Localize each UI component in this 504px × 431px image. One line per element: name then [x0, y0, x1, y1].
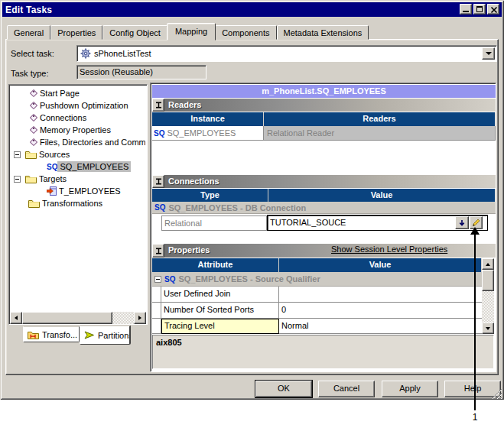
- tree-item-start-page[interactable]: Start Page: [11, 87, 145, 99]
- connection-type-cell[interactable]: Relational: [161, 216, 267, 231]
- source-qualifier-icon: SQ: [154, 203, 165, 212]
- callout-line: [474, 234, 476, 410]
- property-row[interactable]: Tracing Level Normal: [152, 319, 482, 334]
- column-header-value: Value: [279, 258, 482, 272]
- connection-browse-button[interactable]: [455, 216, 469, 229]
- connection-value-text: TUTORIAL_SOUCE: [270, 218, 346, 227]
- property-value[interactable]: Normal: [279, 319, 482, 334]
- target-icon: [47, 186, 57, 196]
- minimize-button[interactable]: [460, 4, 472, 15]
- mapping-detail-panel: m_PhoneList.SQ_EMPLOYEES Readers Instanc…: [150, 83, 496, 372]
- scrollbar-thumb[interactable]: [482, 270, 494, 291]
- collapse-minus-icon[interactable]: [14, 176, 21, 183]
- collapse-icon: [155, 248, 162, 254]
- section-title: Readers: [164, 99, 496, 112]
- column-header-type: Type: [152, 189, 268, 202]
- minimize-icon: [463, 11, 469, 12]
- apply-button[interactable]: Apply: [382, 381, 438, 397]
- source-qualifier-icon: SQ: [47, 163, 57, 171]
- tab-config-object[interactable]: Config Object: [102, 25, 167, 40]
- select-task-label: Select task:: [11, 49, 54, 58]
- tree-horizontal-scrollbar[interactable]: [10, 312, 146, 324]
- collapse-section-button[interactable]: [152, 175, 164, 188]
- session-task-icon: [80, 48, 91, 59]
- collapse-minus-icon[interactable]: [14, 151, 21, 158]
- connections-group-row[interactable]: SQ SQ_EMPLOYEES - DB Connection: [152, 202, 496, 214]
- readers-table-row[interactable]: SQ SQ_EMPLOYEES Relational Reader: [152, 126, 496, 141]
- arrow-up-icon: [486, 263, 490, 266]
- tab-mapping[interactable]: Mapping: [167, 23, 216, 41]
- property-attribute: Number Of Sorted Ports: [161, 303, 279, 319]
- property-value[interactable]: 0: [279, 303, 482, 319]
- arrow-down-icon: [486, 327, 490, 330]
- properties-group-label: SQ_EMPLOYEES - Source Qualifier: [178, 274, 320, 284]
- collapse-icon: [155, 102, 162, 109]
- scrollbar-thumb[interactable]: [22, 312, 112, 324]
- property-attribute-selected[interactable]: Tracing Level: [161, 319, 279, 334]
- connections-table-header: Type Value: [152, 189, 496, 202]
- scrollbar-track[interactable]: [112, 312, 134, 324]
- diamond-icon: [30, 89, 37, 97]
- collapse-section-button[interactable]: [152, 244, 164, 258]
- properties-vertical-scrollbar[interactable]: [482, 258, 494, 334]
- task-type-value: Session (Reusable): [77, 66, 206, 76]
- tree-item-files-directories[interactable]: Files, Directories and Comm: [11, 136, 145, 148]
- session-host-box: aix805: [152, 335, 494, 369]
- task-type-field: Session (Reusable): [76, 65, 206, 79]
- tab-properties[interactable]: Properties: [50, 25, 102, 40]
- collapse-minus-icon[interactable]: [154, 276, 161, 283]
- properties-section-header: Properties Show Session Level Properties: [152, 244, 496, 258]
- arrow-right-icon: [138, 316, 141, 320]
- scroll-left-button[interactable]: [10, 312, 22, 324]
- readers-table-header: Instance Readers: [152, 112, 496, 126]
- scroll-right-button[interactable]: [134, 312, 146, 324]
- tab-metadata-extensions[interactable]: Metadata Extensions: [277, 25, 369, 40]
- pencil-icon: [472, 219, 480, 227]
- source-qualifier-icon: SQ: [154, 129, 164, 138]
- tab-transformations-bottom[interactable]: Transfo...: [23, 326, 80, 342]
- readers-section-header: Readers: [152, 99, 496, 112]
- tree-item-t-employees[interactable]: T_EMPLOYEES: [11, 185, 145, 197]
- tree-item-sources[interactable]: Sources: [11, 148, 145, 160]
- maximize-icon: [476, 6, 483, 12]
- title-bar[interactable]: Edit Tasks: [2, 2, 502, 17]
- tree-item-targets[interactable]: Targets: [11, 173, 145, 185]
- chevron-down-icon: [486, 52, 492, 55]
- close-icon: [488, 5, 500, 15]
- close-button[interactable]: [487, 4, 499, 15]
- show-session-level-properties-link[interactable]: Show Session Level Properties: [331, 245, 447, 254]
- tab-general[interactable]: General: [7, 25, 50, 40]
- help-button[interactable]: Help: [444, 381, 501, 397]
- select-task-dropdown-button[interactable]: [482, 47, 495, 60]
- diamond-icon: [30, 114, 37, 122]
- properties-group-row[interactable]: SQ SQ_EMPLOYEES - Source Qualifier: [152, 272, 482, 287]
- folder-icon: [25, 150, 37, 159]
- reader-instance-value: SQ_EMPLOYEES: [167, 128, 236, 138]
- tree-item-connections[interactable]: Connections: [11, 112, 145, 124]
- section-title: Connections: [164, 175, 496, 188]
- collapse-section-button[interactable]: [152, 99, 164, 112]
- property-attribute: User Defined Join: [161, 287, 279, 303]
- session-host-text: aix805: [156, 338, 182, 347]
- property-value[interactable]: [279, 287, 482, 303]
- tab-components[interactable]: Components: [215, 25, 276, 40]
- scroll-down-button[interactable]: [482, 322, 494, 334]
- ok-button[interactable]: OK: [255, 381, 312, 397]
- tree-item-sq-employees[interactable]: SQ SQ_EMPLOYEES: [11, 160, 145, 173]
- tab-partitions-bottom[interactable]: Partitions: [80, 326, 131, 345]
- tree-item-transformations[interactable]: Transformations: [11, 197, 145, 209]
- tree-item-memory-properties[interactable]: Memory Properties: [11, 124, 145, 136]
- maximize-button[interactable]: [473, 4, 486, 15]
- mapping-navigation-tree: Start Page Pushdown Optimization Connect…: [8, 84, 148, 325]
- connections-group-label: SQ_EMPLOYEES - DB Connection: [168, 203, 306, 212]
- scroll-up-button[interactable]: [482, 258, 494, 270]
- property-row[interactable]: User Defined Join: [152, 287, 482, 303]
- cancel-button[interactable]: Cancel: [318, 381, 375, 397]
- edit-tasks-dialog: Edit Tasks General Properties Config Obj…: [0, 0, 504, 400]
- property-row[interactable]: Number Of Sorted Ports 0: [152, 303, 482, 319]
- arrow-down-icon: [458, 219, 466, 227]
- tree-item-pushdown-optimization[interactable]: Pushdown Optimization: [11, 99, 145, 112]
- scrollbar-track[interactable]: [482, 291, 494, 322]
- diamond-icon: [30, 126, 37, 134]
- select-task-combobox[interactable]: sPhoneListTest: [76, 45, 497, 62]
